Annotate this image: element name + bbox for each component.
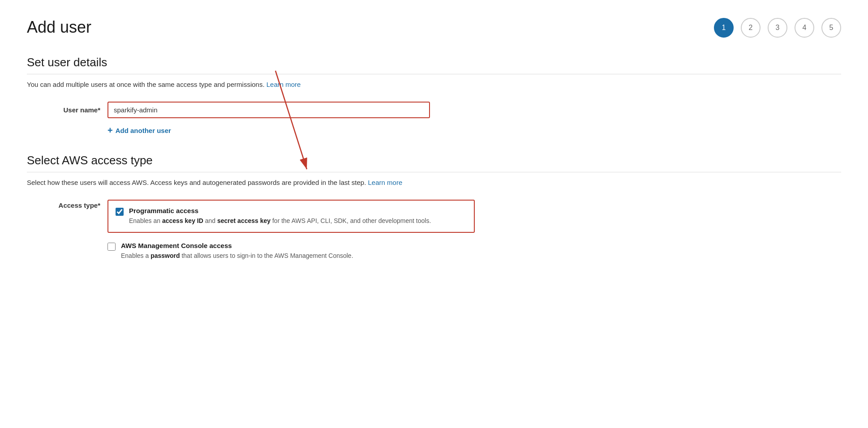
user-name-label: User name* [27, 106, 107, 114]
divider-1 [27, 74, 841, 74]
plus-icon: + [107, 125, 113, 136]
step-5: 5 [821, 18, 841, 38]
steps-indicator: 1 2 3 4 5 [714, 18, 841, 38]
console-access-checkbox[interactable] [107, 243, 116, 251]
console-access-option: AWS Management Console access Enables a … [107, 240, 841, 262]
programmatic-access-content: Programmatic access Enables an access ke… [129, 207, 467, 226]
access-type-row: Access type* Programmatic access Enables… [27, 200, 841, 262]
step-2: 2 [741, 18, 761, 38]
set-user-details-section: Set user details You can add multiple us… [27, 56, 841, 136]
page-title: Add user [27, 18, 91, 37]
programmatic-access-description: Enables an access key ID and secret acce… [129, 216, 467, 226]
set-user-details-title: Set user details [27, 56, 841, 69]
learn-more-link-1[interactable]: Learn more [266, 81, 301, 88]
console-access-description: Enables a password that allows users to … [121, 251, 841, 261]
select-access-type-title: Select AWS access type [27, 154, 841, 167]
step-4: 4 [795, 18, 814, 38]
set-user-details-description: You can add multiple users at once with … [27, 81, 841, 88]
select-access-type-section: Select AWS access type Select how these … [27, 154, 841, 262]
add-another-user-label: Add another user [116, 127, 171, 134]
step-1: 1 [714, 18, 734, 38]
divider-2 [27, 172, 841, 172]
programmatic-access-title: Programmatic access [129, 207, 467, 214]
user-name-row: User name* [27, 102, 841, 118]
select-access-type-description: Select how these users will access AWS. … [27, 179, 841, 186]
learn-more-link-2[interactable]: Learn more [368, 179, 403, 186]
user-name-input[interactable] [107, 102, 430, 118]
programmatic-access-checkbox[interactable] [116, 208, 124, 216]
add-another-user-button[interactable]: + Add another user [107, 125, 841, 136]
programmatic-access-option: Programmatic access Enables an access ke… [107, 200, 475, 233]
access-options: Programmatic access Enables an access ke… [107, 200, 841, 262]
console-access-title: AWS Management Console access [121, 242, 841, 249]
access-type-label: Access type* [27, 200, 107, 209]
console-access-content: AWS Management Console access Enables a … [121, 242, 841, 261]
add-another-user-row: + Add another user [27, 125, 841, 136]
step-3: 3 [768, 18, 787, 38]
